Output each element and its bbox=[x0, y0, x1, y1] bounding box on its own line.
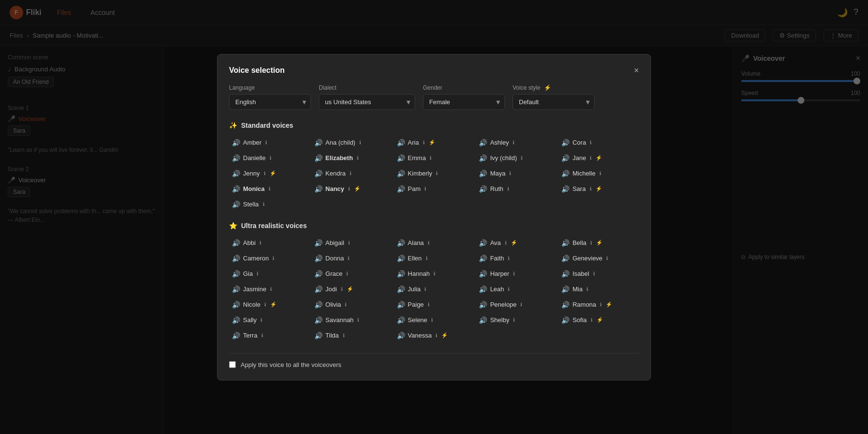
info-badge[interactable]: ℹ bbox=[590, 186, 592, 191]
ultra-voice-item-julia[interactable]: 🔊Juliaℹ bbox=[394, 284, 475, 295]
info-badge[interactable]: ℹ bbox=[590, 240, 592, 245]
voice-item-ivy--child-[interactable]: 🔊Ivy (child)ℹ bbox=[476, 152, 556, 164]
info-badge[interactable]: ℹ bbox=[423, 140, 425, 145]
info-badge[interactable]: ℹ bbox=[520, 302, 522, 307]
ultra-voice-item-shelby[interactable]: 🔊Shelbyℹ bbox=[476, 314, 556, 326]
info-badge[interactable]: ℹ bbox=[260, 317, 262, 323]
info-badge[interactable]: ℹ bbox=[431, 317, 433, 323]
voice-item-pam[interactable]: 🔊Pamℹ bbox=[394, 183, 475, 195]
ultra-voice-item-grace[interactable]: 🔊Graceℹ bbox=[312, 268, 392, 280]
info-badge[interactable]: ℹ bbox=[507, 186, 509, 191]
ultra-voice-item-donna[interactable]: 🔊Donnaℹ bbox=[312, 253, 392, 264]
ultra-voice-item-gia[interactable]: 🔊Giaℹ bbox=[229, 268, 310, 280]
ultra-voice-item-terra[interactable]: 🔊Terraℹ bbox=[229, 330, 310, 341]
ultra-voice-item-ellen[interactable]: 🔊Ellenℹ bbox=[394, 253, 475, 264]
info-badge[interactable]: ℹ bbox=[264, 171, 266, 176]
info-badge[interactable]: ℹ bbox=[591, 317, 593, 323]
ultra-voice-item-sofia[interactable]: 🔊Sofiaℹ⚡ bbox=[558, 314, 639, 326]
info-badge[interactable]: ℹ bbox=[513, 317, 515, 323]
info-badge[interactable]: ℹ bbox=[341, 286, 343, 292]
ultra-voice-item-penelope[interactable]: 🔊Penelopeℹ bbox=[476, 299, 556, 311]
info-badge[interactable]: ℹ bbox=[348, 256, 350, 261]
voice-item-elizabeth[interactable]: 🔊Elizabethℹ bbox=[312, 152, 392, 164]
voice-item-stella[interactable]: 🔊Stellaℹ bbox=[229, 199, 310, 210]
info-badge[interactable]: ℹ bbox=[257, 271, 258, 276]
info-badge[interactable]: ℹ bbox=[270, 155, 271, 161]
info-badge[interactable]: ℹ bbox=[264, 302, 266, 307]
info-badge[interactable]: ℹ bbox=[259, 240, 261, 245]
info-badge[interactable]: ℹ bbox=[343, 333, 345, 338]
voice-item-ruth[interactable]: 🔊Ruthℹ bbox=[476, 183, 556, 195]
info-badge[interactable]: ℹ bbox=[346, 271, 348, 276]
info-badge[interactable]: ℹ bbox=[348, 240, 350, 245]
ultra-voice-item-selene[interactable]: 🔊Seleneℹ bbox=[394, 314, 475, 326]
voice-item-jenny[interactable]: 🔊Jennyℹ⚡ bbox=[229, 168, 310, 179]
info-badge[interactable]: ℹ bbox=[435, 333, 437, 338]
voice-item-michelle[interactable]: 🔊Michelleℹ bbox=[558, 168, 639, 179]
info-badge[interactable]: ℹ bbox=[508, 286, 510, 292]
info-badge[interactable]: ℹ bbox=[359, 140, 361, 145]
ultra-voice-item-olivia[interactable]: 🔊Oliviaℹ bbox=[312, 299, 392, 311]
ultra-voice-item-mia[interactable]: 🔊Miaℹ bbox=[558, 284, 639, 295]
info-badge[interactable]: ℹ bbox=[513, 140, 515, 145]
voice-item-jane[interactable]: 🔊Janeℹ⚡ bbox=[558, 152, 639, 164]
info-badge[interactable]: ℹ bbox=[600, 302, 602, 307]
ultra-voice-item-vanessa[interactable]: 🔊Vanessaℹ⚡ bbox=[394, 330, 475, 341]
voice-item-danielle[interactable]: 🔊Danielleℹ bbox=[229, 152, 310, 164]
ultra-voice-item-isabel[interactable]: 🔊Isabelℹ bbox=[558, 268, 639, 280]
info-badge[interactable]: ℹ bbox=[590, 155, 592, 161]
info-badge[interactable]: ℹ bbox=[265, 140, 267, 145]
info-badge[interactable]: ℹ bbox=[434, 271, 435, 276]
voice-item-ana--child-[interactable]: 🔊Ana (child)ℹ bbox=[312, 137, 392, 149]
ultra-voice-item-alana[interactable]: 🔊Alanaℹ bbox=[394, 237, 475, 249]
ultra-voice-item-genevieve[interactable]: 🔊Genevieveℹ bbox=[558, 253, 639, 264]
info-badge[interactable]: ℹ bbox=[436, 171, 438, 176]
voice-item-amber[interactable]: 🔊Amberℹ bbox=[229, 137, 310, 149]
info-badge[interactable]: ℹ bbox=[513, 271, 515, 276]
ultra-voice-item-sally[interactable]: 🔊Sallyℹ bbox=[229, 314, 310, 326]
info-badge[interactable]: ℹ bbox=[357, 317, 359, 323]
info-badge[interactable]: ℹ bbox=[606, 256, 608, 261]
ultra-voice-item-paige[interactable]: 🔊Paigeℹ bbox=[394, 299, 475, 311]
info-badge[interactable]: ℹ bbox=[426, 256, 428, 261]
ultra-voice-item-savannah[interactable]: 🔊Savannahℹ bbox=[312, 314, 392, 326]
ultra-voice-item-jasmine[interactable]: 🔊Jasmineℹ bbox=[229, 284, 310, 295]
info-badge[interactable]: ℹ bbox=[345, 302, 347, 307]
language-select[interactable]: English bbox=[229, 94, 311, 110]
info-badge[interactable]: ℹ bbox=[424, 186, 426, 191]
info-badge[interactable]: ℹ bbox=[263, 202, 265, 207]
info-badge[interactable]: ℹ bbox=[593, 271, 595, 276]
info-badge[interactable]: ℹ bbox=[272, 256, 274, 261]
info-badge[interactable]: ℹ bbox=[428, 302, 430, 307]
ultra-voice-item-cameron[interactable]: 🔊Cameronℹ bbox=[229, 253, 310, 264]
ultra-voice-item-ava[interactable]: 🔊Avaℹ⚡ bbox=[476, 237, 556, 249]
modal-close-button[interactable]: × bbox=[634, 66, 639, 75]
info-badge[interactable]: ℹ bbox=[269, 186, 271, 191]
info-badge[interactable]: ℹ bbox=[599, 171, 601, 176]
ultra-voice-item-ramona[interactable]: 🔊Ramonaℹ⚡ bbox=[558, 299, 639, 311]
info-badge[interactable]: ℹ bbox=[348, 186, 350, 191]
voice-item-nancy[interactable]: 🔊Nancyℹ⚡ bbox=[312, 183, 392, 195]
ultra-voice-item-jodi[interactable]: 🔊Jodiℹ⚡ bbox=[312, 284, 392, 295]
voice-item-maya[interactable]: 🔊Mayaℹ bbox=[476, 168, 556, 179]
ultra-voice-item-bella[interactable]: 🔊Bellaℹ⚡ bbox=[558, 237, 639, 249]
info-badge[interactable]: ℹ bbox=[521, 155, 523, 161]
voice-item-emma[interactable]: 🔊Emmaℹ bbox=[394, 152, 475, 164]
info-badge[interactable]: ℹ bbox=[350, 171, 352, 176]
gender-select[interactable]: Female bbox=[423, 94, 505, 110]
apply-all-checkbox[interactable] bbox=[229, 361, 236, 368]
info-badge[interactable]: ℹ bbox=[509, 171, 511, 176]
dialect-select[interactable]: us United States bbox=[319, 94, 415, 110]
voice-item-aria[interactable]: 🔊Ariaℹ⚡ bbox=[394, 137, 475, 149]
info-badge[interactable]: ℹ bbox=[590, 140, 592, 145]
info-badge[interactable]: ℹ bbox=[430, 155, 432, 161]
voice-item-cora[interactable]: 🔊Coraℹ bbox=[558, 137, 639, 149]
voice-item-kendra[interactable]: 🔊Kendraℹ bbox=[312, 168, 392, 179]
info-badge[interactable]: ℹ bbox=[270, 286, 272, 292]
info-badge[interactable]: ℹ bbox=[508, 256, 510, 261]
info-badge[interactable]: ℹ bbox=[586, 286, 588, 292]
info-badge[interactable]: ℹ bbox=[261, 333, 263, 338]
ultra-voice-item-leah[interactable]: 🔊Leahℹ bbox=[476, 284, 556, 295]
voice-item-monica[interactable]: 🔊Monicaℹ bbox=[229, 183, 310, 195]
voice-item-ashley[interactable]: 🔊Ashleyℹ bbox=[476, 137, 556, 149]
